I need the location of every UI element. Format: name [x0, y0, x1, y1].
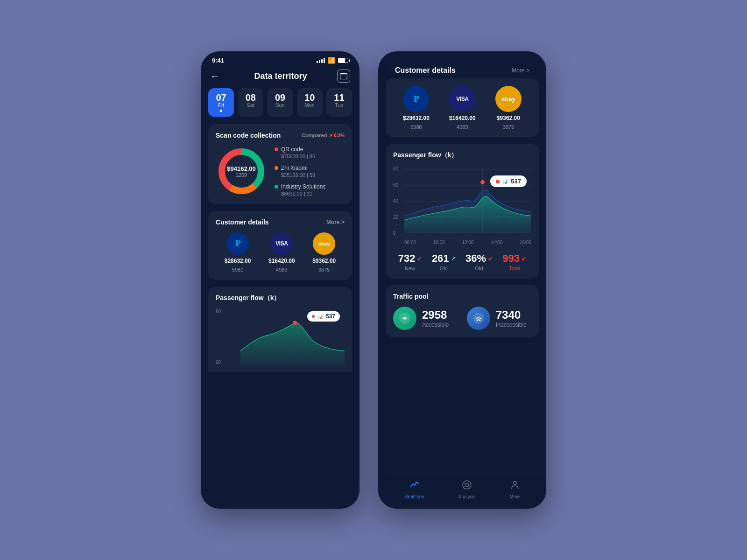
- customer-header: Customer details More >: [216, 218, 345, 226]
- left-phone: 9:41 📶 ← Data territory: [201, 51, 359, 509]
- passenger-flow-card-right: Passenger flow（k） 80 60 40 20 0: [386, 144, 539, 279]
- arrow-up-icon-1: ↗: [451, 255, 456, 262]
- nav-realtime[interactable]: Real time: [404, 480, 424, 499]
- mine-icon: [510, 480, 520, 492]
- right-customer-header: Customer details More >: [386, 59, 539, 78]
- right-customer-card: 𝐏 $28632.00 5980 VISA $16420.00 4983 eba…: [386, 78, 539, 137]
- right-ebay-logo: ebay: [495, 86, 521, 112]
- customer-item-visa: VISA $16420.00 4983: [268, 232, 295, 273]
- scan-code-header: Scan code collection Compared ↗ 0.2%: [216, 132, 345, 139]
- calendar-icon[interactable]: [337, 70, 350, 83]
- donut-chart: $94162.00 1259: [216, 146, 267, 197]
- bottom-nav: Real time Analysis Mine: [378, 474, 546, 509]
- scan-code-card: Scan code collection Compared ↗ 0.2%: [208, 124, 352, 204]
- page-title: Data territory: [254, 71, 307, 81]
- svg-point-19: [465, 483, 469, 487]
- scan-legend: QR code $75628.00 | 86 Zhi Xiaomi: [275, 146, 345, 196]
- traffic-items: 2958 Accessible 7340 Inaccessib: [393, 307, 531, 330]
- phone-scroll-content[interactable]: Scan code collection Compared ↗ 0.2%: [201, 124, 359, 509]
- date-item-2[interactable]: 09 Sun: [267, 88, 293, 117]
- legend-item-0: QR code $75628.00 | 86: [275, 146, 345, 159]
- nav-analysis[interactable]: Analysis: [458, 480, 475, 499]
- right-chart-tooltip: 📊 537: [490, 175, 527, 187]
- chart-tooltip: 📊 537: [307, 311, 340, 322]
- status-icons: 📶: [317, 57, 348, 64]
- customer-item-ebay: ebay $9362.00 3875: [312, 232, 336, 273]
- paypal-logo: 𝐏: [226, 232, 249, 255]
- scan-content: $94162.00 1259 QR code $75628.00 |: [216, 146, 345, 197]
- realtime-icon: [409, 480, 420, 492]
- right-customer-ebay: ebay $9362.00 3875: [495, 86, 521, 130]
- right-visa-logo: VISA: [449, 86, 475, 112]
- right-scroll-content[interactable]: Customer details More > 𝐏 $28632.00 5980…: [378, 51, 546, 474]
- visa-logo: VISA: [270, 232, 293, 255]
- svg-point-18: [463, 481, 471, 489]
- traffic-accessible: 2958 Accessible: [393, 307, 458, 330]
- wifi-icon: 📶: [328, 57, 335, 64]
- traffic-pool-card: Traffic pool 2958 Accessible: [386, 285, 539, 337]
- right-customer-paypal: 𝐏 $28632.00 5980: [403, 86, 430, 130]
- bar-chart-icon: 📊: [502, 179, 508, 184]
- accessible-icon: [393, 307, 416, 330]
- svg-rect-0: [340, 74, 347, 79]
- traffic-inaccessible: 7340 Inaccessible: [467, 307, 531, 330]
- chart-icon: 📊: [317, 314, 323, 319]
- right-phone: Customer details More > 𝐏 $28632.00 5980…: [378, 51, 546, 509]
- arrow-down-icon-0: ↙: [417, 255, 422, 262]
- date-item-1[interactable]: 08 Sat: [238, 88, 263, 117]
- svg-point-17: [473, 313, 484, 324]
- phone-header: ← Data territory: [201, 66, 359, 88]
- date-item-3[interactable]: 10 Mon: [297, 88, 323, 117]
- mini-chart-area: 80 60: [216, 309, 345, 365]
- customer-details-card: Customer details More > 𝐏 $28632.00 5980…: [208, 211, 352, 280]
- nav-mine[interactable]: Mine: [510, 480, 520, 499]
- ebay-logo: ebay: [313, 232, 335, 255]
- arrow-down-icon-2: ↙: [488, 255, 493, 262]
- legend-item-1: Zhi Xiaomi $35193.00 | 59: [275, 165, 345, 178]
- legend-item-2: Industry Solutions $8632.00 | 21: [275, 183, 345, 196]
- time-display: 9:41: [212, 57, 224, 64]
- analysis-icon: [462, 480, 472, 492]
- stat-old-1: 261 ↗ Old: [432, 252, 456, 271]
- stat-old-2: 36% ↙ Old: [465, 252, 493, 271]
- customer-items: 𝐏 $28632.00 5980 VISA $16420.00 4983 eba…: [216, 232, 345, 273]
- svg-point-20: [513, 482, 516, 485]
- back-button[interactable]: ←: [210, 71, 224, 82]
- battery-icon: [338, 58, 348, 63]
- arrow-down-icon-3: ↙: [521, 255, 526, 262]
- customer-item-paypal: 𝐏 $28632.00 5980: [225, 232, 251, 273]
- right-paypal-logo: 𝐏: [403, 86, 429, 112]
- inaccessible-icon: [467, 307, 490, 330]
- passenger-header: Passenger flow（k）: [216, 294, 345, 302]
- status-bar: 9:41 📶: [201, 51, 359, 66]
- date-item-4[interactable]: 11 Tue: [326, 88, 352, 117]
- date-item-0[interactable]: 07 Fri: [208, 88, 234, 117]
- signal-icon: [317, 58, 325, 63]
- stat-new: 732 ↙ New: [398, 252, 422, 271]
- svg-point-15: [480, 180, 485, 184]
- right-customer-items: 𝐏 $28632.00 5980 VISA $16420.00 4983 eba…: [393, 86, 531, 130]
- stat-total: 993 ↙ Total: [503, 252, 527, 271]
- passenger-flow-card-left: Passenger flow（k） 80 60: [208, 287, 352, 372]
- svg-point-8: [293, 321, 297, 325]
- right-customer-visa: VISA $16420.00 4983: [449, 86, 476, 130]
- date-bar: 07 Fri 08 Sat 09 Sun 10 Mon 11 Tue: [201, 88, 359, 124]
- stats-row: 732 ↙ New 261 ↗ Old 36% ↙: [393, 252, 531, 271]
